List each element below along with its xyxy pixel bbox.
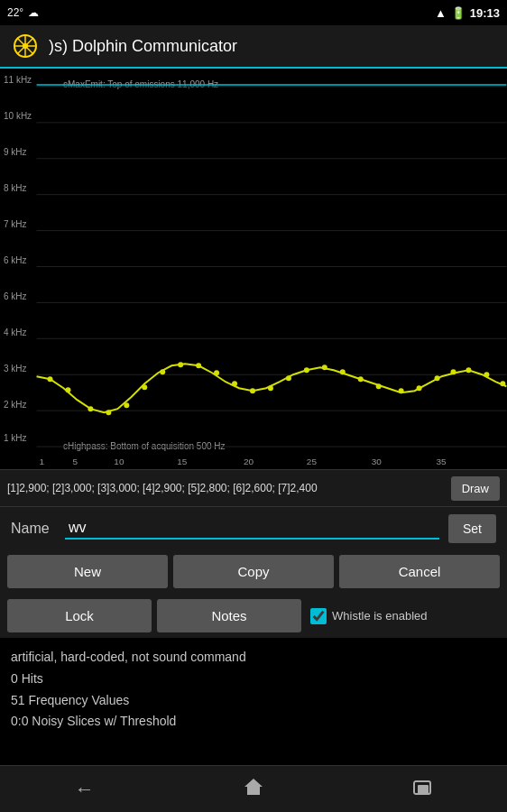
- stat-line1: artificial, hard-coded, not sound comman…: [11, 647, 496, 669]
- chart-svg: 1 5 10 15 20 25 30 35: [0, 69, 507, 469]
- name-label: Name: [11, 521, 56, 537]
- svg-point-21: [106, 410, 111, 415]
- buttons-row1: New Copy Cancel: [0, 549, 507, 594]
- svg-point-36: [376, 383, 382, 389]
- lock-button[interactable]: Lock: [7, 599, 152, 632]
- svg-text:5: 5: [72, 457, 78, 466]
- svg-point-33: [322, 364, 327, 370]
- app-header: )s) Dolphin Communicator: [0, 25, 507, 69]
- svg-point-34: [340, 369, 346, 374]
- back-button[interactable]: ←: [67, 771, 103, 807]
- svg-point-41: [466, 367, 471, 373]
- cloud-icon: ☁: [28, 6, 39, 19]
- svg-point-19: [65, 387, 70, 392]
- svg-text:15: 15: [177, 457, 188, 466]
- new-button[interactable]: New: [7, 555, 168, 588]
- svg-point-35: [358, 376, 364, 382]
- name-input[interactable]: [65, 518, 439, 540]
- back-icon: ←: [75, 778, 95, 801]
- svg-text:35: 35: [437, 457, 447, 466]
- svg-point-31: [286, 375, 291, 381]
- nav-bar: ←: [0, 765, 507, 812]
- svg-point-26: [196, 363, 201, 368]
- home-button[interactable]: [235, 771, 272, 807]
- svg-point-39: [435, 375, 440, 381]
- status-bar: 22° ☁ ▲ 🔋 19:13: [0, 0, 507, 25]
- svg-point-18: [48, 376, 53, 382]
- app-icon: [11, 32, 40, 60]
- home-icon: [243, 776, 264, 803]
- stat-line2: 0 Hits: [11, 669, 496, 690]
- copy-button[interactable]: Copy: [173, 555, 334, 588]
- svg-point-29: [250, 388, 255, 393]
- time-text: 19:13: [470, 6, 500, 20]
- temperature-text: 22°: [7, 6, 23, 19]
- app-title: )s) Dolphin Communicator: [49, 37, 237, 56]
- recent-icon: [412, 778, 432, 801]
- svg-point-40: [451, 369, 456, 374]
- svg-point-23: [142, 384, 147, 390]
- svg-marker-52: [244, 779, 263, 795]
- svg-point-24: [160, 369, 165, 374]
- whistle-checkbox[interactable]: [310, 608, 327, 624]
- svg-point-22: [124, 402, 129, 408]
- recent-button[interactable]: [404, 771, 440, 807]
- svg-text:30: 30: [372, 457, 383, 466]
- svg-point-42: [484, 372, 489, 377]
- stats-area: artificial, hard-coded, not sound comman…: [0, 638, 507, 742]
- buttons-row2: Lock Notes Whistle is enabled: [0, 594, 507, 638]
- svg-point-25: [178, 362, 183, 367]
- cancel-button[interactable]: Cancel: [339, 555, 500, 588]
- set-button[interactable]: Set: [448, 514, 496, 543]
- svg-point-20: [88, 406, 93, 411]
- svg-text:20: 20: [244, 457, 254, 466]
- svg-text:25: 25: [307, 457, 318, 466]
- svg-point-28: [232, 381, 237, 386]
- stat-line4: 0:0 Noisy Slices w/ Threshold: [11, 711, 496, 733]
- notes-button[interactable]: Notes: [157, 599, 301, 632]
- svg-point-30: [268, 385, 273, 391]
- svg-rect-54: [418, 785, 429, 794]
- chart-container: 11 kHz 10 kHz 9 kHz 8 kHz 7 kHz 6 kHz 6 …: [0, 69, 507, 470]
- whistle-area: Whistle is enabled: [307, 608, 500, 624]
- svg-point-43: [500, 381, 505, 386]
- data-values: [1]2,900; [2]3,000; [3]3,000; [4]2,900; …: [7, 482, 447, 494]
- name-row: Name Set: [0, 506, 507, 549]
- svg-point-27: [214, 370, 219, 375]
- svg-point-5: [23, 43, 28, 49]
- svg-text:1: 1: [40, 457, 45, 466]
- whistle-label: Whistle is enabled: [332, 609, 428, 623]
- svg-point-37: [399, 388, 404, 393]
- draw-button[interactable]: Draw: [451, 476, 500, 501]
- data-bar: [1]2,900; [2]3,000; [3]3,000; [4]2,900; …: [0, 470, 507, 506]
- wifi-icon: ▲: [435, 6, 447, 20]
- svg-point-38: [417, 385, 422, 391]
- stat-line3: 51 Frequency Values: [11, 690, 496, 712]
- svg-text:10: 10: [114, 457, 124, 466]
- battery-icon: 🔋: [451, 6, 466, 20]
- svg-point-32: [304, 367, 309, 373]
